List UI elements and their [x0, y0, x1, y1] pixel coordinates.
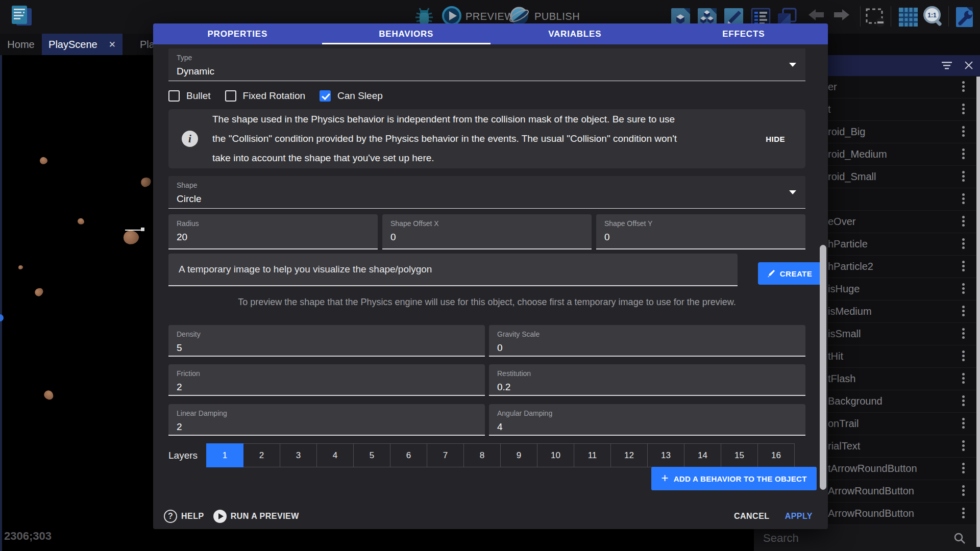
layer-cell-11[interactable]: 11	[574, 443, 611, 467]
item-menu-icon[interactable]	[960, 192, 967, 207]
layer-cell-8[interactable]: 8	[463, 443, 501, 467]
tab-effects[interactable]: EFFECTS	[659, 23, 828, 44]
tab-behaviors[interactable]: BEHAVIORS	[322, 23, 491, 44]
layer-cell-4[interactable]: 4	[316, 443, 354, 467]
project-manager-icon[interactable]	[8, 3, 34, 29]
close-panel-icon[interactable]	[964, 61, 973, 70]
item-menu-icon[interactable]	[960, 282, 967, 297]
hide-button[interactable]: HIDE	[766, 135, 785, 143]
tab-home-label: Home	[7, 39, 34, 51]
field-label: Linear Damping	[177, 409, 477, 417]
item-menu-icon[interactable]	[960, 416, 967, 432]
grid-icon[interactable]	[897, 6, 919, 28]
layer-cell-15[interactable]: 15	[721, 443, 758, 467]
layers-label: Layers	[168, 443, 207, 467]
cancel-button[interactable]: CANCEL	[734, 512, 770, 521]
create-button[interactable]: CREATE	[758, 262, 821, 285]
layer-cell-6[interactable]: 6	[390, 443, 427, 467]
undo-icon[interactable]	[806, 8, 826, 24]
item-menu-icon[interactable]	[960, 259, 967, 274]
item-menu-icon[interactable]	[960, 102, 967, 117]
apply-button[interactable]: APPLY	[785, 512, 813, 521]
checkbox-box[interactable]	[225, 90, 236, 102]
temp-image-field[interactable]: A temporary image to help you visualize …	[168, 254, 738, 286]
checkbox-box[interactable]	[168, 90, 180, 102]
asteroid-sprite	[42, 389, 55, 402]
friction-field[interactable]: Friction 2	[168, 364, 485, 396]
tab-playscene-label: PlayScene	[48, 39, 97, 51]
item-menu-icon[interactable]	[960, 147, 967, 162]
shape-select[interactable]: Shape Circle	[168, 176, 805, 209]
item-menu-icon[interactable]	[960, 439, 967, 454]
layer-cell-3[interactable]: 3	[280, 443, 317, 467]
shape-offset-y-field[interactable]: Shape Offset Y 0	[596, 214, 805, 249]
tab-properties[interactable]: PROPERTIES	[153, 23, 322, 44]
linear-damping-field[interactable]: Linear Damping 2	[168, 404, 485, 436]
radius-field[interactable]: Radius 20	[168, 214, 378, 249]
checkbox-fixed-rotation[interactable]: Fixed Rotation	[225, 90, 306, 102]
field-label: Friction	[177, 369, 477, 378]
type-select[interactable]: Type Dynamic	[168, 48, 805, 81]
type-label: Type	[177, 54, 797, 62]
item-menu-icon[interactable]	[960, 124, 967, 140]
redo-icon[interactable]	[832, 8, 851, 24]
layer-cell-16[interactable]: 16	[757, 443, 795, 467]
tab-variables[interactable]: VARIABLES	[491, 23, 659, 44]
item-menu-icon[interactable]	[960, 461, 967, 477]
layer-cell-14[interactable]: 14	[684, 443, 721, 467]
layer-cell-13[interactable]: 13	[647, 443, 684, 467]
project-settings-icon[interactable]	[953, 6, 977, 28]
layer-cell-9[interactable]: 9	[500, 443, 537, 467]
restitution-field[interactable]: Restitution 0.2	[489, 364, 805, 396]
add-behavior-button[interactable]: + ADD A BEHAVIOR TO THE OBJECT	[651, 467, 817, 490]
item-menu-icon[interactable]	[960, 349, 967, 364]
search-input[interactable]: Search	[754, 532, 799, 545]
layer-cell-7[interactable]: 7	[427, 443, 464, 467]
shape-params-row: Radius 20 Shape Offset X 0 Shape Offset …	[168, 214, 805, 246]
item-menu-icon[interactable]	[960, 237, 967, 252]
item-menu-icon[interactable]	[960, 484, 967, 499]
zoom-1-1-icon[interactable]: 1:1	[921, 4, 946, 29]
origin-point-marker	[0, 314, 4, 321]
checkbox-bullet[interactable]: Bullet	[168, 90, 211, 102]
field-value: 0	[390, 232, 583, 243]
layer-cell-1[interactable]: 1	[206, 443, 243, 467]
item-menu-icon[interactable]	[960, 304, 967, 319]
selection-handle[interactable]	[141, 228, 144, 231]
shape-offset-x-field[interactable]: Shape Offset X 0	[382, 214, 592, 249]
field-label: Radius	[177, 219, 370, 228]
item-menu-icon[interactable]	[960, 327, 967, 342]
layer-cell-2[interactable]: 2	[243, 443, 280, 467]
filter-icon[interactable]	[942, 61, 952, 69]
tab-home[interactable]: Home	[0, 34, 42, 55]
item-menu-icon[interactable]	[960, 80, 967, 95]
publish-button[interactable]: PUBLISH	[534, 11, 580, 22]
help-button[interactable]: HELP	[181, 512, 204, 521]
item-menu-icon[interactable]	[960, 169, 967, 185]
field-label: Restitution	[497, 369, 797, 378]
density-field[interactable]: Density 5	[168, 325, 485, 357]
dialog-scrollbar[interactable]	[820, 245, 826, 490]
checkbox-box[interactable]	[320, 90, 331, 102]
checkbox-can-sleep[interactable]: Can Sleep	[320, 90, 383, 102]
item-menu-icon[interactable]	[960, 394, 967, 409]
field-label: Angular Damping	[497, 409, 797, 417]
run-preview-button[interactable]: RUN A PREVIEW	[231, 512, 299, 521]
run-preview-icon[interactable]	[213, 510, 227, 523]
panel-scrollbar[interactable]	[976, 77, 980, 547]
helper-text: To preview the shape that the Physics en…	[168, 297, 805, 308]
layer-cell-12[interactable]: 12	[610, 443, 648, 467]
item-menu-icon[interactable]	[960, 371, 967, 387]
field-value: 0.2	[497, 382, 797, 393]
layer-cell-5[interactable]: 5	[353, 443, 390, 467]
item-menu-icon[interactable]	[960, 506, 967, 521]
layer-cell-10[interactable]: 10	[537, 443, 574, 467]
help-icon[interactable]: ?	[164, 510, 177, 523]
deselect-icon[interactable]	[864, 7, 887, 28]
gravity-scale-field[interactable]: Gravity Scale 0	[489, 325, 805, 357]
item-menu-icon[interactable]	[960, 214, 967, 230]
angular-damping-field[interactable]: Angular Damping 4	[489, 404, 805, 436]
close-tab-icon[interactable]: ✕	[109, 39, 116, 50]
preview-button[interactable]: PREVIEW	[465, 11, 514, 22]
tab-playscene[interactable]: PlayScene ✕	[42, 34, 122, 55]
